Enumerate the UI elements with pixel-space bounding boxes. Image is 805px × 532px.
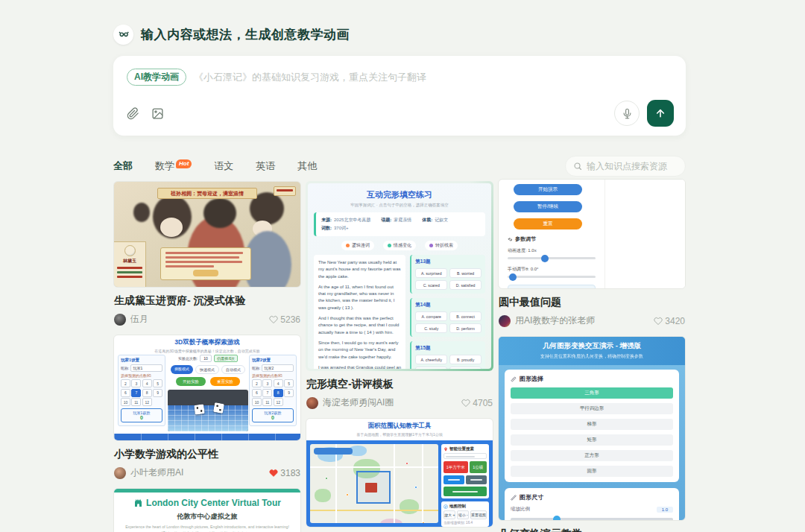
stat-bar: [117, 276, 142, 278]
card-map[interactable]: 面积范围认知教学工具 基于高德地图，帮助学生直观理解1平方千米与1公顷: [306, 418, 493, 532]
heart-outline-icon: [654, 317, 663, 326]
card-daiyu[interactable]: 祖孙相拥：贾母迎迓，满室温情 林黛玉 生成黛玉进贾府- 沉浸式体验: [113, 181, 301, 326]
image-upload-icon[interactable]: [150, 106, 165, 121]
scene-banner: 祖孙相拥：贾母迎迓，满室温情: [157, 188, 257, 199]
attachment-icon[interactable]: [125, 106, 140, 121]
card-dice[interactable]: 3D双骰子概率探索游戏 在逼真的3D场景中探索概率的奥秘！设定总次数，自动完成实…: [113, 335, 301, 479]
like-count[interactable]: 5236: [269, 314, 300, 325]
circle-control-panel: 开始演示 暂停/继续 重置 参数调节 动画速度: 1.0x 手动调节θ: 0.0…: [508, 184, 597, 289]
dice-center-panel: 实验总次数:10仍需掷:6次 掷骰模式 快速模式 自动模式 开始实验 重置实验: [168, 355, 248, 431]
card-map-preview[interactable]: 面积范围认知教学工具 基于高德地图，帮助学生直观理解1平方千米与1公顷: [306, 418, 493, 528]
dice-bottom-toolbar: [114, 434, 300, 440]
card-london-preview[interactable]: London City Center Virtual Tour 伦敦市中心虚拟之…: [113, 488, 301, 532]
character-panel: 林黛玉: [114, 241, 146, 287]
road: [310, 510, 438, 511]
cloze-legend: 逻辑连词 情感变化 转折线索: [314, 241, 485, 250]
tab-english[interactable]: 英语: [256, 159, 275, 173]
dialog-continue-button: [193, 270, 218, 276]
author-avatar[interactable]: [306, 397, 318, 409]
player2-panel: 玩家2设置 昵称:玩家2 选择预测的点数和: 2345 6789 101112 …: [249, 355, 297, 426]
card-geometry-preview[interactable]: 几何图形变换交互演示 - 增强版 支持任意位置和角度的几何变换，精确控制变换参数…: [498, 336, 686, 521]
author-avatar[interactable]: [114, 314, 126, 326]
author-avatar[interactable]: [114, 467, 126, 479]
map-title: 面积范围认知教学工具: [306, 422, 493, 431]
search-box[interactable]: [565, 156, 686, 177]
search-panel: 智能位置搜索 1平方千米 1公顷: [441, 444, 489, 498]
submit-button[interactable]: [647, 100, 674, 127]
card-title[interactable]: 小学数学游戏的公平性: [114, 448, 300, 461]
figure: [203, 198, 236, 228]
shape-parallelogram-button: 平行四边形: [511, 403, 673, 414]
landmark-block: [365, 483, 377, 493]
pause-button: 暂停/继续: [514, 201, 582, 212]
reset-view-button: 重置视图: [470, 510, 487, 519]
scale-slider: [511, 518, 673, 521]
card-title[interactable]: 圆中最值问题: [499, 296, 685, 309]
legend-dot-teal: [388, 244, 391, 247]
remain-badge: 仍需掷:6次: [214, 355, 238, 362]
slider-knob: [509, 273, 517, 281]
card-title[interactable]: 生成黛玉进贾府- 沉浸式体验: [114, 294, 300, 308]
cloze-passage: The New Year party was usually held at m…: [314, 255, 405, 369]
voice-input-button[interactable]: [614, 101, 640, 126]
author-name[interactable]: 海淀老师勇闯AI圈: [323, 396, 394, 409]
card-cloze-preview[interactable]: 互动完形填空练习 牢固掌握词汇 · 点击句子中的空格，选择正确答案填空 来源:2…: [306, 181, 493, 371]
angle-label: 手动调节θ: 0.0°: [508, 266, 597, 273]
road: [422, 444, 423, 523]
london-subtitle-zh: 伦敦市中心虚拟之旅: [114, 512, 300, 522]
dice-subtitle: 在逼真的3D场景中探索概率的奥秘！设定总次数，自动完成实验: [114, 349, 300, 353]
card-title[interactable]: 完形填空-讲评模板: [306, 378, 493, 391]
cloze-meta-box: 来源:2025北京中考真题 话题:家庭亲情 体裁:记叙文 词数:370词+: [314, 212, 485, 236]
map-subtitle: 基于高德地图，帮助学生直观理解1平方千米与1公顷: [306, 432, 493, 437]
card-circle[interactable]: 开始演示 暂停/继续 重置 参数调节 动画速度: 1.0x 手动调节θ: 0.0…: [498, 179, 686, 327]
zoom-in-button: 放大 +: [443, 510, 455, 519]
road: [310, 466, 438, 468]
author-name[interactable]: 用AI教数学的张老师: [515, 314, 595, 327]
card-circle-preview[interactable]: 开始演示 暂停/继续 重置 参数调节 动画速度: 1.0x 手动调节θ: 0.0…: [498, 179, 686, 289]
search-icon: [573, 162, 582, 171]
card-geometry[interactable]: 几何图形变换交互演示 - 增强版 支持任意位置和角度的几何变换，精确控制变换参数…: [498, 336, 686, 532]
compass-icon: [443, 504, 448, 509]
card-daiyu-preview[interactable]: 祖孙相拥：贾母迎迓，满室温情 林黛玉: [113, 181, 301, 288]
reset-button: 重置: [514, 218, 582, 229]
mode-auto: 自动模式: [221, 365, 245, 374]
london-desc-en: Experience the heart of London through p…: [114, 525, 300, 529]
like-count[interactable]: 3420: [654, 316, 685, 326]
slider-knob: [553, 516, 561, 521]
character-name: 林黛玉: [114, 258, 145, 265]
tab-chinese[interactable]: 语文: [214, 159, 233, 173]
player2-number-grid: 2345 6789 101112: [252, 379, 294, 406]
search-input[interactable]: [587, 161, 676, 171]
author-name[interactable]: 伍月: [130, 313, 148, 326]
mode-fast: 快速模式: [195, 365, 219, 374]
like-count[interactable]: 4705: [461, 398, 493, 408]
ai-animation-tag[interactable]: AI教学动画: [127, 69, 186, 86]
trajectory-legend-box: 轨迹图例: [508, 285, 596, 289]
card-cloze[interactable]: 互动完形填空练习 牢固掌握词汇 · 点击句子中的空格，选择正确答案填空 来源:2…: [306, 181, 493, 409]
start-experiment-button: 开始实验: [176, 377, 206, 386]
top-accent-bar: [114, 489, 300, 493]
speed-label: 动画速度: 1.0x: [508, 247, 597, 254]
card-london[interactable]: London City Center Virtual Tour 伦敦市中心虚拟之…: [113, 488, 301, 532]
tab-other[interactable]: 其他: [297, 159, 317, 173]
district-blob: [380, 519, 402, 523]
card-dice-preview[interactable]: 3D双骰子概率探索游戏 在逼真的3D场景中探索概率的奥秘！设定总次数，自动完成实…: [113, 335, 301, 441]
dice-title: 3D双骰子概率探索游戏: [114, 335, 300, 347]
tab-math[interactable]: 数学Hot: [155, 159, 192, 173]
author-name[interactable]: 小叶老师用AI: [130, 466, 183, 479]
pin-icon: [443, 447, 448, 452]
circle-canvas-area: [604, 180, 685, 288]
geometry-subtitle: 支持任意位置和角度的几何变换，精确控制变换参数: [499, 353, 685, 360]
question-card: 第14题 A. compareB. connect C. studyD. per…: [410, 298, 485, 337]
prompt-composer[interactable]: AI教学动画 《小石潭记》的基础知识复习游戏，重点关注句子翻译: [113, 56, 686, 136]
card-title[interactable]: 几何变换演示教学: [499, 528, 685, 532]
prompt-placeholder[interactable]: 《小石潭记》的基础知识复习游戏，重点关注句子翻译: [194, 71, 426, 84]
category-tabs: 全部 数学Hot 语文 英语 其他: [113, 159, 317, 173]
tab-all[interactable]: 全部: [113, 159, 133, 173]
dialog-text-line: [165, 252, 243, 254]
author-avatar[interactable]: [499, 315, 511, 327]
road: [394, 444, 395, 523]
like-count[interactable]: 3183: [269, 468, 300, 478]
shape-select-panel: 图形选择 三角形 平行四边形 梯形 矩形 正方形 圆形: [505, 370, 679, 482]
dice-3d-scene: [168, 390, 248, 431]
